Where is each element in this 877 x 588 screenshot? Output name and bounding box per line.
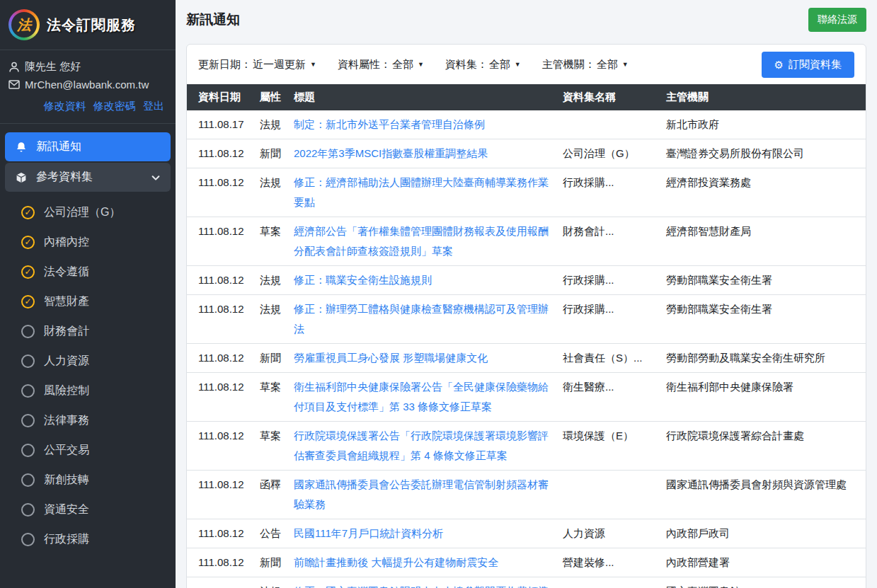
checked-circle-icon: ✓	[21, 206, 35, 219]
row-date: 111.08.17	[187, 110, 254, 139]
news-table: 資料日期 屬性 標題 資料集名稱 主管機關 111.08.17 法規 制定：新北…	[187, 84, 866, 588]
sidebar-topic[interactable]: 風險控制	[0, 376, 176, 405]
row-title-link[interactable]: 2022年第3季MSCI指數臺股權重調整結果	[294, 147, 488, 159]
contact-lawbank-button[interactable]: 聯絡法源	[808, 8, 866, 32]
row-date: 111.08.12	[187, 217, 254, 266]
row-date: 111.08.12	[187, 168, 254, 217]
row-title-link[interactable]: 修正：經濟部補助法人團體辦理大陸臺商輔導業務作業要點	[294, 176, 549, 208]
empty-circle-icon	[21, 444, 35, 457]
filters-host: 更新日期： 近一週更新 ▼ 資料屬性： 全部 ▼ 資料集： 全部 ▼ 主管機關：…	[198, 58, 650, 71]
sidebar-topic[interactable]: 公平交易	[0, 435, 176, 465]
filter-dropdown[interactable]: 資料集： 全部 ▼	[445, 58, 521, 71]
row-dataset	[557, 471, 660, 519]
row-title-link[interactable]: 行政院環境保護署公告「行政院環境保護署環境影響評估審查委員會組織規程」第 4 條…	[294, 430, 549, 461]
sidebar-topic[interactable]: 資通安全	[0, 495, 176, 524]
table-row: 111.08.12 法規 修正：辦理勞工體格與健康檢查醫療機構認可及管理辦法 行…	[187, 295, 866, 344]
row-date: 111.08.12	[187, 344, 254, 373]
sidebar-topic-label: 財務會計	[44, 324, 89, 339]
row-type: 法規	[254, 110, 288, 139]
sidebar-topic[interactable]: 行政採購	[0, 524, 176, 554]
user-greeting-row: 陳先生 您好	[8, 60, 167, 74]
sidebar-topic-label: 資通安全	[44, 502, 89, 517]
row-type: 新聞	[254, 344, 288, 373]
row-dataset: 衛生醫療...	[557, 373, 660, 422]
row-title-link[interactable]: 制定：新北市外送平台業者管理自治條例	[294, 118, 485, 130]
table-header: 資料日期 屬性 標題 資料集名稱 主管機關	[187, 84, 866, 110]
app-root: 法 法令訂閱服務 陳先生 您好 MrChen@lawbank.com.tw	[0, 0, 877, 588]
row-title-link[interactable]: 勞雇重視員工身心發展 形塑職場健康文化	[294, 352, 488, 364]
row-date: 111.08.12	[187, 422, 254, 471]
row-type: 新聞	[254, 548, 288, 577]
sidebar-item-news[interactable]: 新訊通知	[5, 132, 171, 161]
row-type: 法規	[254, 577, 288, 588]
person-icon	[8, 62, 20, 73]
row-dataset	[557, 110, 660, 139]
sidebar-topic[interactable]: ✓ 智慧財產	[0, 287, 176, 316]
row-date: 111.08.12	[187, 295, 254, 344]
table-row: 111.08.12 法規 修正：職業安全衛生設施規則 行政採購... 勞動部職業…	[187, 266, 866, 295]
checked-circle-icon: ✓	[21, 236, 35, 249]
subscribe-datasets-button[interactable]: ⚙ 訂閱資料集	[762, 52, 854, 78]
row-agency: 勞動部勞動及職業安全衛生研究所	[660, 344, 866, 373]
page-title: 新訊通知	[186, 11, 240, 29]
table-body: 111.08.17 法規 制定：新北市外送平台業者管理自治條例 新北市政府 11…	[187, 110, 866, 588]
caret-down-icon: ▼	[310, 61, 316, 68]
col-agency: 主管機關	[660, 84, 866, 110]
table-row: 111.08.12 草案 經濟部公告「著作權集體管理團體財務報表及使用報酬分配表…	[187, 217, 866, 266]
checked-circle-icon: ✓	[21, 265, 35, 279]
sidebar-topic-label: 法律事務	[44, 413, 89, 428]
sidebar-topic[interactable]: 人力資源	[0, 346, 176, 376]
sidebar-topic[interactable]: 新創技轉	[0, 465, 176, 495]
filter-dropdown[interactable]: 資料屬性： 全部 ▼	[338, 58, 424, 71]
empty-circle-icon	[21, 503, 35, 517]
row-dataset: 行政採購...	[557, 266, 660, 295]
row-dataset	[557, 577, 660, 588]
sidebar-topic-label: 風險控制	[44, 384, 89, 398]
filter-label: 主管機關：	[542, 58, 595, 71]
sidebar-topic[interactable]: 財務會計	[0, 316, 176, 346]
sidebar-topic[interactable]: ✓ 公司治理（G）	[0, 197, 176, 227]
row-date: 111.08.12	[187, 266, 254, 295]
row-type: 新聞	[254, 139, 288, 168]
col-dataset: 資料集名稱	[557, 84, 660, 110]
filter-value: 全部	[392, 58, 413, 71]
row-agency: 勞動部職業安全衛生署	[660, 295, 866, 344]
row-title-link[interactable]: 修正：國立臺灣圖書館陽明山中山樓參觀門票收費標準	[294, 585, 549, 588]
table-row: 111.08.12 草案 衛生福利部中央健康保險署公告「全民健康保險藥物給付項目…	[187, 373, 866, 422]
row-title-link[interactable]: 經濟部公告「著作權集體管理團體財務報表及使用報酬分配表會計師查核簽證規則」草案	[294, 225, 549, 257]
table-row: 111.08.12 法規 修正：經濟部補助法人團體辦理大陸臺商輔導業務作業要點 …	[187, 168, 866, 217]
empty-circle-icon	[21, 533, 35, 546]
empty-circle-icon	[21, 325, 35, 338]
row-agency: 內政部戶政司	[660, 519, 866, 548]
filter-value: 全部	[597, 58, 618, 71]
logout-link[interactable]: 登出	[143, 100, 164, 112]
sidebar-topic[interactable]: ✓ 內稽內控	[0, 227, 176, 257]
row-agency: 國立臺灣圖書館	[660, 577, 866, 588]
sidebar-topic[interactable]: 法律事務	[0, 405, 176, 435]
edit-profile-link[interactable]: 修改資料	[44, 100, 86, 112]
sidebar-topic[interactable]: ✓ 法令遵循	[0, 257, 176, 287]
row-title-link[interactable]: 修正：職業安全衛生設施規則	[294, 274, 432, 286]
filter-dropdown[interactable]: 更新日期： 近一週更新 ▼	[198, 58, 316, 71]
row-dataset: 行政採購...	[557, 168, 660, 217]
row-title-link[interactable]: 衛生福利部中央健康保險署公告「全民健康保險藥物給付項目及支付標準」第 33 條條…	[294, 381, 549, 413]
row-title-link[interactable]: 國家通訊傳播委員會公告委託辦理電信管制射頻器材審驗業務	[294, 478, 549, 510]
row-type: 法規	[254, 168, 288, 217]
col-type: 屬性	[254, 84, 288, 110]
filter-dropdown[interactable]: 主管機關： 全部 ▼	[542, 58, 629, 71]
row-title-link[interactable]: 民國111年7月戶口統計資料分析	[294, 527, 443, 539]
row-dataset: 環境保護（E）	[557, 422, 660, 471]
row-title-link[interactable]: 前瞻計畫推動後 大幅提升公有建物耐震安全	[294, 556, 498, 568]
sidebar-item-reference-label: 參考資料集	[36, 170, 93, 185]
table-row: 111.08.12 草案 行政院環境保護署公告「行政院環境保護署環境影響評估審查…	[187, 422, 866, 471]
sidebar-topic-label: 人力資源	[44, 354, 89, 369]
row-type: 公告	[254, 519, 288, 548]
row-date: 111.08.12	[187, 471, 254, 519]
row-title-link[interactable]: 修正：辦理勞工體格與健康檢查醫療機構認可及管理辦法	[294, 303, 549, 335]
row-agency: 內政部營建署	[660, 548, 866, 577]
sidebar-topic-label: 智慧財產	[44, 294, 89, 309]
change-password-link[interactable]: 修改密碼	[93, 100, 136, 112]
table-row: 111.08.12 函釋 國家通訊傳播委員會公告委託辦理電信管制射頻器材審驗業務…	[187, 471, 866, 519]
row-dataset: 財務會計...	[557, 217, 660, 266]
sidebar-item-reference-datasets[interactable]: 參考資料集	[5, 163, 171, 192]
